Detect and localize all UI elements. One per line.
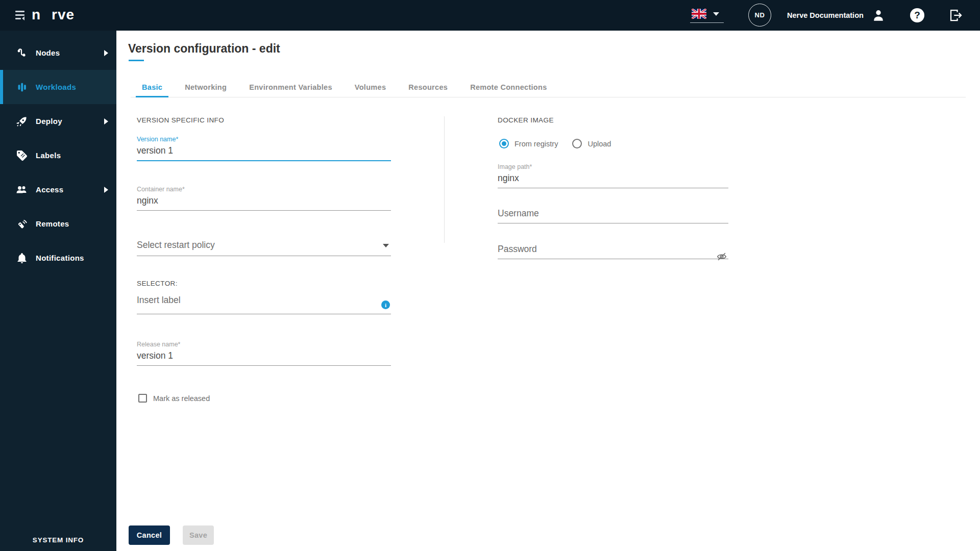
sidebar-item-label: Remotes xyxy=(36,219,69,228)
chevron-down-icon xyxy=(383,244,389,247)
question-mark-icon: ? xyxy=(910,8,924,22)
cancel-button[interactable]: Cancel xyxy=(129,525,170,545)
tag-icon xyxy=(15,149,29,162)
tab-volumes[interactable]: Volumes xyxy=(349,78,392,97)
from-registry-radio[interactable] xyxy=(499,139,509,148)
profile-button[interactable] xyxy=(869,0,888,31)
upload-label[interactable]: Upload xyxy=(587,140,611,148)
release-name-field: Release name* xyxy=(137,341,391,366)
eye-off-icon xyxy=(716,251,727,262)
logout-icon xyxy=(948,8,964,23)
mark-as-released-checkbox[interactable]: Mark as released xyxy=(138,394,210,403)
topbar: n rve ND Nerve Documentation ? xyxy=(0,0,980,31)
nodes-icon xyxy=(15,46,29,60)
page-title: Version configuration - edit xyxy=(128,42,280,56)
restart-policy-select[interactable]: Select restart policy xyxy=(137,239,391,256)
save-button[interactable]: Save xyxy=(183,525,214,545)
selector-label-input[interactable] xyxy=(137,294,391,314)
nerve-logo: n rve xyxy=(32,7,75,23)
container-name-input[interactable] xyxy=(137,194,391,211)
remote-control-icon xyxy=(15,217,29,231)
user-avatar[interactable]: ND xyxy=(748,4,771,27)
menu-collapse-icon[interactable] xyxy=(15,10,26,21)
checkbox-icon xyxy=(138,394,147,403)
uk-flag-icon xyxy=(692,9,706,19)
sidebar-item-remotes[interactable]: Remotes xyxy=(0,207,116,241)
password-input[interactable] xyxy=(498,243,728,259)
image-path-field: Image path* xyxy=(498,163,728,188)
sidebar-item-label: Notifications xyxy=(36,254,84,262)
chevron-down-icon xyxy=(713,12,719,16)
image-path-input[interactable] xyxy=(498,172,728,188)
deploy-rocket-icon xyxy=(15,115,29,128)
logout-button[interactable] xyxy=(946,0,966,31)
username-input[interactable] xyxy=(498,207,728,223)
sidebar-item-notifications[interactable]: Notifications xyxy=(0,241,116,275)
main-content: Version configuration - edit Basic Netwo… xyxy=(116,31,980,551)
sidebar-item-label: Deploy xyxy=(36,117,62,126)
version-name-label: Version name* xyxy=(137,136,391,143)
version-name-field: Version name* xyxy=(137,136,391,161)
password-field xyxy=(498,243,728,259)
image-path-label: Image path* xyxy=(498,163,728,170)
tab-resources[interactable]: Resources xyxy=(402,78,454,97)
tab-environment-variables[interactable]: Environment Variables xyxy=(243,78,338,97)
bell-icon xyxy=(15,252,29,265)
sidebar-item-deploy[interactable]: Deploy xyxy=(0,104,116,138)
container-name-field: Container name* xyxy=(137,186,391,211)
submenu-chevron-icon xyxy=(104,50,108,56)
password-visibility-toggle[interactable] xyxy=(716,251,727,264)
info-icon[interactable]: i xyxy=(381,300,390,309)
sidebar-item-label: Nodes xyxy=(36,48,60,57)
sidebar-item-label: Labels xyxy=(36,151,61,160)
sidebar-item-workloads[interactable]: Workloads xyxy=(0,70,116,104)
from-registry-label[interactable]: From registry xyxy=(514,140,558,148)
sidebar-item-nodes[interactable]: Nodes xyxy=(0,36,116,70)
tab-remote-connections[interactable]: Remote Connections xyxy=(464,78,553,97)
mark-as-released-label: Mark as released xyxy=(153,394,210,403)
sidebar: Nodes Workloads De xyxy=(0,31,116,551)
person-icon xyxy=(871,8,886,22)
logo-text-start: n xyxy=(32,7,41,23)
help-button[interactable]: ? xyxy=(908,0,927,31)
release-name-input[interactable] xyxy=(137,349,391,366)
selector-header: SELECTOR: xyxy=(137,280,178,287)
tab-bar: Basic Networking Environment Variables V… xyxy=(131,78,966,97)
column-divider xyxy=(444,116,445,243)
restart-policy-placeholder: Select restart policy xyxy=(137,239,391,256)
version-specific-info-header: VERSION SPECIFIC INFO xyxy=(137,116,224,124)
container-name-label: Container name* xyxy=(137,186,391,193)
tab-networking[interactable]: Networking xyxy=(179,78,233,97)
sidebar-item-labels[interactable]: Labels xyxy=(0,138,116,172)
users-icon xyxy=(15,183,29,196)
selector-field: i xyxy=(137,294,391,314)
release-name-label: Release name* xyxy=(137,341,391,348)
version-name-input[interactable] xyxy=(137,144,391,161)
sidebar-item-access[interactable]: Access xyxy=(0,172,116,207)
submenu-chevron-icon xyxy=(104,187,108,193)
system-info-button[interactable]: SYSTEM INFO xyxy=(0,536,116,544)
image-source-radio-group: From registry Upload xyxy=(499,139,611,148)
sidebar-item-label: Access xyxy=(36,185,63,194)
upload-radio[interactable] xyxy=(572,139,582,148)
workloads-icon xyxy=(15,81,29,94)
username-field xyxy=(498,207,728,223)
nerve-documentation-link[interactable]: Nerve Documentation xyxy=(787,0,864,31)
title-accent-bar xyxy=(129,60,144,61)
submenu-chevron-icon xyxy=(104,118,108,124)
sidebar-item-label: Workloads xyxy=(36,83,76,91)
tab-basic[interactable]: Basic xyxy=(136,78,168,97)
logo-text-end: rve xyxy=(52,7,75,23)
docker-image-header: DOCKER IMAGE xyxy=(498,116,554,124)
